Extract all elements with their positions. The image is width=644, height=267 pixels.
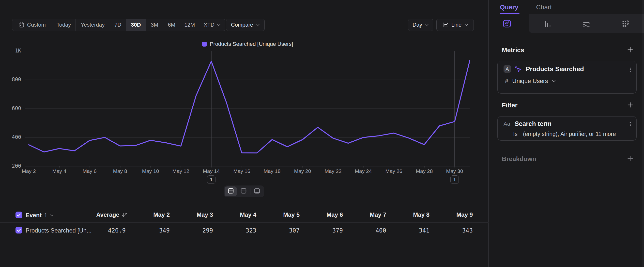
y-axis-label: 400 — [4, 134, 21, 140]
x-axis-label: May 4 — [52, 168, 66, 174]
event-column-label: Event — [26, 212, 42, 219]
x-axis-label: May 28 — [416, 168, 433, 174]
x-axis-label: May 20 — [294, 168, 311, 174]
tab-chart[interactable]: Chart — [536, 4, 552, 11]
report-tab-retention[interactable] — [621, 20, 630, 29]
x-axis-label: May 24 — [355, 168, 372, 174]
date-column-header[interactable]: May 2 — [133, 211, 170, 218]
aggregation-symbol: # — [505, 78, 508, 85]
average-column-label: Average — [96, 211, 119, 218]
table-panel-icon — [253, 187, 261, 195]
x-axis-label: May 12 — [172, 168, 190, 174]
scrollbar-gutter[interactable] — [642, 0, 644, 267]
row-checkbox[interactable] — [16, 227, 22, 233]
breakdown-section-title: Breakdown — [502, 155, 536, 163]
x-axis-label: May 8 — [113, 168, 127, 174]
table-cell-value: 323 — [220, 227, 256, 234]
check-icon — [17, 228, 21, 232]
x-axis-label: May 14 — [203, 168, 220, 174]
table-divider — [0, 222, 488, 223]
table-row-average: 426.9 — [89, 227, 126, 234]
date-column-header[interactable]: May 3 — [176, 211, 213, 218]
chart-canvas — [0, 0, 488, 192]
add-metric-button[interactable] — [627, 46, 634, 53]
table-cell-value: 379 — [306, 227, 343, 234]
y-axis-label: 600 — [4, 105, 21, 111]
table-cell-value: 307 — [263, 227, 300, 234]
add-breakdown-button[interactable] — [627, 155, 634, 162]
table-cell-value: 341 — [392, 227, 430, 234]
average-column-sort[interactable]: Average — [86, 211, 127, 218]
view-toggle-group — [224, 185, 264, 197]
chart-panel-icon — [240, 187, 247, 195]
table-cell-value: 343 — [436, 227, 473, 234]
annotation-badge[interactable]: 1 — [207, 175, 216, 184]
event-click-icon — [514, 65, 522, 73]
y-axis-label: 800 — [4, 77, 21, 83]
x-axis-label: May 22 — [325, 168, 342, 174]
x-axis-label: May 30 — [446, 168, 463, 174]
date-column-header[interactable]: May 9 — [436, 211, 473, 218]
report-tab-insights[interactable] — [502, 19, 512, 29]
date-column-header[interactable]: May 4 — [220, 211, 256, 218]
chevron-down-icon[interactable] — [552, 80, 556, 82]
x-axis-label: May 26 — [386, 168, 402, 174]
strip-divider — [606, 18, 606, 30]
check-icon — [17, 213, 21, 217]
x-axis-label: May 6 — [82, 168, 96, 174]
filter-operator[interactable]: Is — [513, 131, 518, 137]
sort-icon — [121, 212, 127, 218]
sidebar-tabs: Query Chart — [500, 4, 552, 11]
x-axis-label: May 18 — [264, 168, 281, 174]
x-axis-label: May 2 — [22, 168, 36, 174]
date-column-header[interactable]: May 8 — [392, 211, 430, 218]
table-divider — [0, 238, 488, 238]
aggregation-dropdown-label: Unique Users — [512, 78, 548, 85]
event-count: 1 — [44, 212, 47, 219]
date-column-header[interactable]: May 6 — [306, 211, 343, 218]
table-column-divider — [132, 207, 132, 238]
scrollbar-thumb[interactable] — [642, 14, 644, 33]
table-only-toggle[interactable] — [251, 186, 263, 196]
query-sidebar: Query Chart — [489, 0, 644, 267]
x-axis-label: May 10 — [142, 168, 159, 174]
add-filter-button[interactable] — [627, 102, 634, 108]
active-tab-underline — [500, 13, 520, 14]
property-type-badge: Aa — [504, 121, 510, 127]
chevron-down-icon — [50, 214, 54, 216]
date-column-header[interactable]: May 5 — [263, 211, 300, 218]
x-axis-label: May 16 — [234, 168, 250, 174]
y-axis-label: 200 — [4, 163, 21, 169]
annotation-badge[interactable]: 1 — [450, 175, 459, 184]
filter-kebab-menu-icon[interactable] — [628, 121, 633, 127]
funnel-bars-icon — [544, 25, 552, 29]
filter-card[interactable]: Aa Search term Is (empty string), Air pu… — [498, 116, 636, 141]
table-cell-value: 400 — [349, 227, 386, 234]
report-tab-flows[interactable] — [582, 20, 590, 29]
report-tab-funnels[interactable] — [544, 20, 552, 29]
analytics-app: Custom Today Yesterday 7D 30D 3M 6M 12M … — [0, 0, 644, 267]
strip-divider — [567, 18, 567, 30]
date-column-header[interactable]: May 7 — [349, 211, 386, 218]
report-panel: Custom Today Yesterday 7D 30D 3M 6M 12M … — [0, 0, 488, 267]
split-view-icon — [227, 187, 234, 195]
filter-property-name: Search term — [514, 120, 552, 128]
table-cell-value: 349 — [133, 227, 170, 234]
y-axis-label: 1K — [4, 48, 21, 54]
select-all-checkbox[interactable] — [16, 212, 22, 218]
series-line[interactable] — [29, 60, 470, 153]
event-column-dropdown[interactable]: Event 1 — [26, 212, 54, 219]
table-cell-value: 299 — [176, 227, 213, 234]
metric-card[interactable]: A Products Searched # Unique Users — [498, 61, 636, 94]
filter-values-summary[interactable]: (empty string), Air purifier, or 11 more — [523, 131, 616, 137]
series-letter-badge: A — [504, 65, 511, 73]
insights-icon — [502, 25, 512, 29]
metric-kebab-menu-icon[interactable] — [628, 67, 633, 72]
chart-only-toggle[interactable] — [238, 186, 250, 196]
gridlines — [24, 51, 470, 166]
tab-query[interactable]: Query — [500, 4, 518, 11]
metric-event-name: Products Searched — [526, 65, 584, 73]
split-view-toggle[interactable] — [224, 186, 237, 196]
table-row-name[interactable]: Products Searched [Un... — [26, 227, 92, 234]
filter-section-title: Filter — [502, 102, 518, 109]
